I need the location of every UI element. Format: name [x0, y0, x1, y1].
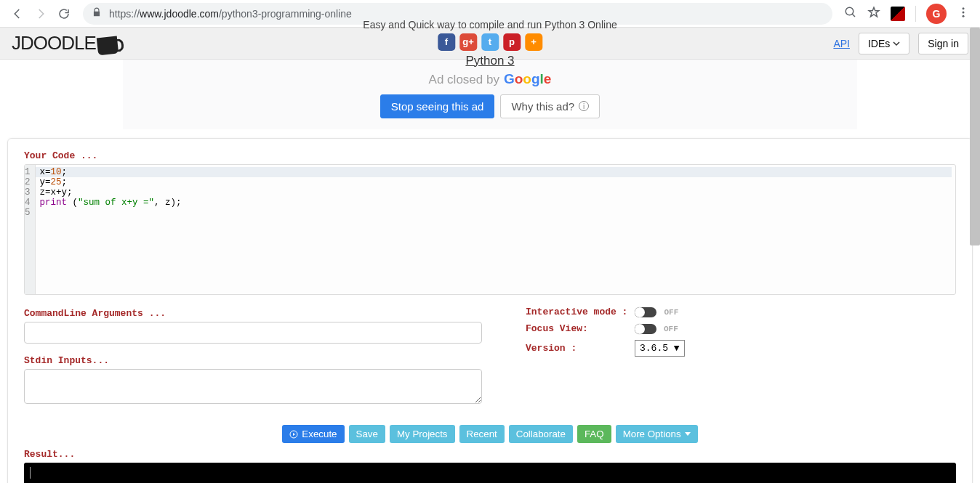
focus-view-label: Focus View:: [526, 323, 627, 334]
version-label: Version :: [526, 343, 627, 354]
faq-button[interactable]: FAQ: [577, 425, 611, 443]
back-button[interactable]: [6, 2, 29, 25]
svg-point-3: [963, 15, 965, 17]
divider: [915, 6, 916, 22]
editor-gutter: 1 2 3 4 5: [25, 165, 36, 294]
page-scrollbar[interactable]: [970, 28, 980, 245]
caret-down-icon: [685, 432, 691, 436]
execute-button[interactable]: Execute: [282, 425, 344, 443]
interactive-mode-label: Interactive mode :: [526, 307, 627, 317]
lock-icon: [92, 7, 102, 20]
focus-view-toggle[interactable]: [635, 324, 656, 334]
addthis-icon[interactable]: +: [525, 33, 542, 51]
terminal-cursor: [30, 467, 31, 479]
cmdline-label: CommandLine Arguments ...: [24, 308, 482, 319]
pinterest-icon[interactable]: p: [503, 33, 521, 51]
ad-container: Ad closed by Google Stop seeing this ad …: [123, 60, 857, 129]
api-link[interactable]: API: [833, 38, 850, 49]
editor-content[interactable]: x=10; y=25; z=x+y; print ("sum of x+y ="…: [36, 165, 956, 294]
url-path: /python3-programming-online: [219, 8, 352, 20]
recent-button[interactable]: Recent: [459, 425, 505, 443]
code-line: z=x+y;: [40, 187, 952, 198]
googleplus-icon[interactable]: g+: [459, 33, 477, 51]
action-row: Execute Save My Projects Recent Collabor…: [24, 425, 956, 443]
code-line: [40, 208, 952, 218]
reload-icon: [57, 7, 71, 20]
kebab-menu-icon[interactable]: [957, 6, 970, 21]
tagline: Easy and Quick way to compile and run Py…: [363, 19, 616, 31]
my-projects-button[interactable]: My Projects: [390, 425, 455, 443]
url-host: www.jdoodle.com: [140, 8, 219, 20]
facebook-icon[interactable]: f: [438, 33, 455, 51]
ad-closed-text: Ad closed by Google: [429, 71, 552, 87]
code-editor[interactable]: 1 2 3 4 5 x=10; y=25; z=x+y; print ("sum…: [24, 164, 956, 295]
ides-dropdown[interactable]: IDEs: [859, 33, 909, 54]
interactive-mode-state: OFF: [664, 308, 678, 317]
zoom-icon[interactable]: [844, 6, 857, 21]
logo-text: JDOODLE: [12, 32, 96, 54]
collaborate-button[interactable]: Collaborate: [509, 425, 573, 443]
language-title[interactable]: Python 3: [363, 54, 616, 68]
code-line: y=25;: [40, 177, 952, 187]
info-icon: i: [579, 101, 589, 111]
save-button[interactable]: Save: [349, 425, 385, 443]
stdin-label: Stdin Inputs...: [24, 355, 482, 366]
social-row: f g+ t p +: [363, 33, 616, 51]
your-code-label: Your Code ...: [24, 150, 956, 161]
focus-view-state: OFF: [664, 325, 678, 333]
forward-button[interactable]: [29, 2, 52, 25]
code-line: x=10;: [36, 167, 952, 177]
twitter-icon[interactable]: t: [481, 33, 499, 51]
reload-button[interactable]: [52, 2, 76, 25]
result-output[interactable]: [24, 463, 956, 483]
play-icon: [289, 430, 298, 439]
code-line: print ("sum of x+y =", z);: [40, 198, 952, 208]
svg-point-0: [846, 7, 854, 15]
signin-button[interactable]: Sign in: [918, 33, 968, 54]
why-this-ad-button[interactable]: Why this ad? i: [500, 94, 600, 118]
arrow-right-icon: [34, 7, 47, 20]
arrow-left-icon: [11, 7, 24, 20]
stop-seeing-ad-button[interactable]: Stop seeing this ad: [380, 94, 495, 118]
main-card: Your Code ... 1 2 3 4 5 x=10; y=25; z=x+…: [7, 138, 973, 483]
stdin-input[interactable]: [24, 369, 482, 404]
svg-point-1: [963, 7, 965, 9]
google-logo-text: Google: [504, 71, 551, 87]
site-header: JDOODLE Easy and Quick way to compile an…: [0, 28, 980, 60]
svg-point-2: [963, 12, 965, 14]
interactive-mode-toggle[interactable]: [635, 307, 656, 317]
extension-icon[interactable]: [891, 7, 905, 21]
profile-avatar[interactable]: G: [926, 4, 947, 24]
bookmark-star-icon[interactable]: [867, 6, 880, 21]
chevron-down-icon: [893, 40, 900, 47]
logo-cup-icon: [97, 36, 119, 56]
more-options-button[interactable]: More Options: [616, 425, 698, 443]
version-select[interactable]: 3.6.5 ▼: [635, 340, 685, 357]
site-logo[interactable]: JDOODLE: [12, 32, 118, 54]
cmdline-input[interactable]: [24, 322, 482, 344]
result-label: Result...: [24, 449, 956, 460]
url-scheme: https://: [109, 8, 140, 20]
